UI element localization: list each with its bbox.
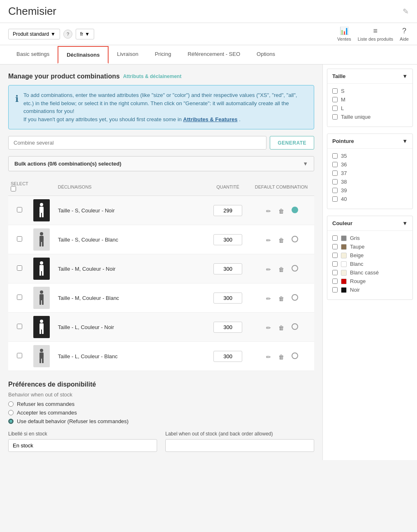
combine-input[interactable] xyxy=(8,136,266,150)
svg-rect-6 xyxy=(39,242,41,246)
row-checkbox[interactable] xyxy=(17,265,22,271)
toolbar-right: 📊 Ventes ≡ Liste des produits ? Aide xyxy=(337,26,409,41)
filter-checkbox-39[interactable] xyxy=(332,188,338,193)
edit-icon[interactable]: ✏ xyxy=(264,206,273,216)
default-radio[interactable] xyxy=(292,207,298,213)
filter-checkbox-noir[interactable] xyxy=(332,287,338,292)
filter-checkbox-taupe[interactable] xyxy=(332,244,338,249)
filter-checkbox-38[interactable] xyxy=(332,179,338,184)
radio-refuse-input[interactable] xyxy=(8,401,14,407)
row-actions-cell: ✏ 🗑 xyxy=(248,342,314,371)
filter-item-m: M xyxy=(332,97,408,103)
default-radio[interactable] xyxy=(292,265,298,272)
default-radio[interactable] xyxy=(292,352,298,359)
row-quantity-input[interactable] xyxy=(213,234,242,245)
tab-pricing[interactable]: Pricing xyxy=(146,45,179,64)
row-checkbox[interactable] xyxy=(17,236,22,242)
filter-checkbox-gris[interactable] xyxy=(332,235,338,241)
nav-liste[interactable]: ≡ Liste des produits xyxy=(358,27,393,41)
tab-options[interactable]: Options xyxy=(248,45,283,64)
filter-checkbox-unique[interactable] xyxy=(332,114,338,120)
filter-header-pointure[interactable]: Pointure ▼ xyxy=(327,134,412,149)
lang-dropdown[interactable]: fr ▼ xyxy=(76,29,94,39)
product-type-dropdown[interactable]: Produit standard ▼ xyxy=(8,29,60,39)
filter-checkbox-blanc-casse[interactable] xyxy=(332,270,338,275)
filter-checkbox-blanc[interactable] xyxy=(332,261,338,267)
in-stock-input[interactable] xyxy=(8,439,157,452)
filter-item-noir: Noir xyxy=(332,287,408,293)
out-stock-input[interactable] xyxy=(165,439,314,452)
tab-seo[interactable]: Référencement - SEO xyxy=(179,45,248,64)
row-quantity-input[interactable] xyxy=(213,292,242,304)
nav-ventes[interactable]: 📊 Ventes xyxy=(337,26,351,41)
filter-header-couleur[interactable]: Couleur ▼ xyxy=(327,216,412,231)
filter-item-38: 38 xyxy=(332,179,408,185)
tab-basic-settings[interactable]: Basic settings xyxy=(8,45,58,64)
row-quantity-input[interactable] xyxy=(213,263,242,274)
table-row: Taille - M, Couleur - Noir ✏ 🗑 xyxy=(8,254,314,283)
filter-checkbox-s[interactable] xyxy=(332,88,338,94)
edit-icon[interactable]: ✏ xyxy=(264,265,273,274)
delete-icon[interactable]: 🗑 xyxy=(277,235,286,245)
filter-checkbox-40[interactable] xyxy=(332,196,338,202)
svg-rect-19 xyxy=(42,329,44,334)
radio-default-input[interactable] xyxy=(8,419,14,424)
attributes-features-link[interactable]: Attributes & Features xyxy=(183,116,237,122)
filter-checkbox-37[interactable] xyxy=(332,170,338,176)
filter-item-blanc-casse: Blanc cassé xyxy=(332,269,408,276)
bulk-actions-bar[interactable]: Bulk actions (0/6 combination(s) selecte… xyxy=(8,156,314,171)
radio-refuse: Refuser les commandes xyxy=(8,401,314,407)
row-actions-cell: ✏ 🗑 xyxy=(248,225,314,254)
row-actions-cell: ✏ 🗑 xyxy=(248,196,314,225)
filter-item-37: 37 xyxy=(332,170,408,176)
row-actions-cell: ✏ 🗑 xyxy=(248,283,314,313)
filter-checkbox-l[interactable] xyxy=(332,106,338,111)
default-radio[interactable] xyxy=(292,323,298,330)
filter-item-s: S xyxy=(332,88,408,94)
nav-aide[interactable]: ? Aide xyxy=(400,27,409,41)
filter-section-couleur: Couleur ▼ Gris Taupe Beige xyxy=(327,216,413,300)
attributes-link[interactable]: Attributs & déclainement xyxy=(123,74,181,79)
row-checkbox[interactable] xyxy=(17,295,22,300)
filter-header-taille[interactable]: Taille ▼ xyxy=(327,69,412,84)
default-radio[interactable] xyxy=(292,294,298,301)
filter-checkbox-beige[interactable] xyxy=(332,253,338,258)
row-quantity-input[interactable] xyxy=(213,205,242,216)
delete-icon[interactable]: 🗑 xyxy=(277,206,286,216)
main-content: Manage your product combinations Attribu… xyxy=(0,64,417,460)
filter-checkbox-m[interactable] xyxy=(332,97,338,102)
select-all-checkbox[interactable] xyxy=(11,186,16,191)
edit-icon[interactable]: ✎ xyxy=(403,7,409,16)
delete-icon[interactable]: 🗑 xyxy=(277,323,286,333)
row-quantity-cell xyxy=(207,196,248,225)
svg-rect-22 xyxy=(39,358,41,363)
row-quantity-input[interactable] xyxy=(213,322,242,333)
edit-icon[interactable]: ✏ xyxy=(264,352,273,362)
filter-checkbox-35[interactable] xyxy=(332,153,338,159)
radio-accept-input[interactable] xyxy=(8,410,14,415)
row-thumb-cell xyxy=(31,225,56,254)
row-thumb-cell xyxy=(31,254,56,283)
edit-icon[interactable]: ✏ xyxy=(264,294,273,304)
combine-row: GENERATE xyxy=(8,136,314,150)
tab-declinaisons[interactable]: Déclinaisons xyxy=(58,46,109,64)
delete-icon[interactable]: 🗑 xyxy=(277,265,286,274)
row-checkbox[interactable] xyxy=(17,324,22,329)
filter-checkbox-36[interactable] xyxy=(332,162,338,167)
generate-button[interactable]: GENERATE xyxy=(270,136,314,150)
tab-livraison[interactable]: Livraison xyxy=(109,45,146,64)
filter-checkbox-rouge[interactable] xyxy=(332,279,338,284)
delete-icon[interactable]: 🗑 xyxy=(277,352,286,362)
row-checkbox[interactable] xyxy=(17,207,22,212)
color-swatch-rouge xyxy=(341,279,347,284)
default-radio[interactable] xyxy=(292,236,298,242)
svg-rect-11 xyxy=(42,271,44,276)
product-type-help[interactable]: ? xyxy=(63,30,72,39)
svg-rect-5 xyxy=(39,236,44,242)
row-checkbox[interactable] xyxy=(17,353,22,358)
row-quantity-input[interactable] xyxy=(213,351,242,362)
page-title: Chemisier xyxy=(8,5,56,18)
edit-icon[interactable]: ✏ xyxy=(264,235,273,245)
delete-icon[interactable]: 🗑 xyxy=(277,294,286,304)
edit-icon[interactable]: ✏ xyxy=(264,323,273,333)
